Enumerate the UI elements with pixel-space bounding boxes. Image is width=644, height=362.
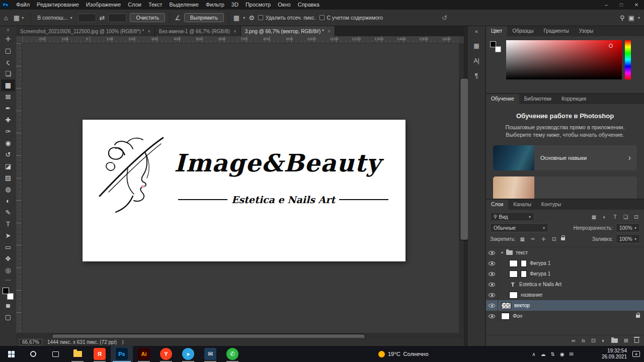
- menu-type[interactable]: Текст: [145, 0, 166, 10]
- group-expand-icon[interactable]: ▾: [501, 250, 503, 255]
- filter-pixel-icon[interactable]: ▦: [590, 214, 598, 220]
- layer-thumbnail[interactable]: [501, 313, 510, 320]
- taskbar-yandex[interactable]: Я: [89, 346, 111, 362]
- tool-brush[interactable]: ✑: [1, 126, 15, 137]
- swap-icon[interactable]: ⇄: [100, 15, 105, 21]
- visibility-cell[interactable]: [486, 247, 498, 258]
- taskbar-explorer[interactable]: [66, 346, 89, 362]
- visibility-cell[interactable]: [486, 258, 498, 268]
- paragraph-panel-icon[interactable]: ¶: [475, 72, 478, 79]
- lock-transparency-icon[interactable]: ▦: [519, 236, 526, 242]
- tool-rectangular-marquee[interactable]: ▢: [1, 45, 15, 56]
- layer-thumbnail[interactable]: [509, 260, 518, 267]
- canvas-area[interactable]: 200 100 0 100 200 300 400 500 600 700 80…: [16, 36, 464, 333]
- doc-tab-screenshot[interactable]: Screenshot_20210926_112500.jpg @ 100% (R…: [16, 26, 155, 36]
- taskbar-clock[interactable]: 19:32:54 26.09.2021: [602, 348, 627, 360]
- status-dot-icon[interactable]: ◉: [560, 351, 565, 357]
- tool-eyedropper[interactable]: ✒: [1, 103, 15, 114]
- tab-learn[interactable]: Обучение: [486, 94, 519, 104]
- eye-icon[interactable]: [489, 304, 495, 308]
- zoom-level-field[interactable]: 66,67%: [19, 339, 42, 345]
- tool-clone-stamp[interactable]: ◉: [1, 137, 15, 149]
- minimize-icon[interactable]: –: [599, 0, 614, 10]
- menu-view[interactable]: Просмотр: [242, 0, 274, 10]
- filter-adjustment-icon[interactable]: ◐: [601, 214, 608, 220]
- menu-window[interactable]: Окно: [274, 0, 294, 10]
- lock-pixels-icon[interactable]: ✑: [529, 236, 537, 242]
- layer-thumbnail[interactable]: [509, 270, 518, 278]
- tool-hand[interactable]: ✥: [1, 253, 15, 264]
- tool-object-selection[interactable]: ❏: [1, 68, 15, 79]
- collapse-toolbar-icon[interactable]: ∧: [7, 27, 10, 33]
- horizontal-scrollbar[interactable]: [16, 333, 464, 338]
- reset-icon[interactable]: ↺: [442, 15, 447, 21]
- taskbar-telegram[interactable]: ➤: [177, 346, 199, 362]
- layer-row-shape1[interactable]: Фигура 1: [486, 258, 644, 268]
- home-icon[interactable]: ⌂: [4, 15, 8, 21]
- blend-mode-dropdown[interactable]: Обычные ▾: [490, 223, 548, 232]
- network-icon[interactable]: ⇅: [550, 351, 554, 357]
- link-layers-icon[interactable]: ∞: [572, 338, 576, 343]
- filter-type-icon[interactable]: T: [611, 214, 619, 220]
- menu-3d[interactable]: 3D: [228, 0, 242, 10]
- color-swatches[interactable]: [2, 288, 14, 300]
- menu-select[interactable]: Выделение: [166, 0, 202, 10]
- opacity-field[interactable]: 100% ▾: [616, 223, 640, 232]
- color-cursor[interactable]: [609, 44, 613, 48]
- filter-smart-object-icon[interactable]: ⊡: [632, 214, 640, 220]
- layer-name[interactable]: Фигура 1: [530, 271, 550, 277]
- layer-name[interactable]: Estetica e Nails Art: [519, 282, 561, 287]
- menu-file[interactable]: Файл: [13, 0, 33, 10]
- weather-widget[interactable]: 19°C Солнечно: [378, 346, 429, 362]
- scrollbar-thumb[interactable]: [460, 78, 468, 240]
- learn-card-partial[interactable]: [493, 176, 637, 199]
- layer-row-group-text[interactable]: ▾ текст: [486, 247, 644, 258]
- visibility-cell[interactable]: [486, 268, 498, 279]
- gear-icon[interactable]: ⚙: [249, 15, 255, 21]
- tool-crop[interactable]: ▦: [1, 79, 15, 91]
- tool-path-selection[interactable]: ➤: [1, 230, 15, 241]
- menu-image[interactable]: Изображение: [83, 0, 124, 10]
- notification-center[interactable]: 4: [632, 346, 640, 362]
- new-group-icon[interactable]: [611, 338, 618, 343]
- foreground-background-swatches[interactable]: [490, 41, 501, 52]
- eye-icon[interactable]: [489, 283, 495, 287]
- artboard-logo-document[interactable]: Image&Beauty Estetica e Nails Art: [83, 120, 406, 261]
- layer-name[interactable]: вектор: [514, 303, 530, 308]
- content-aware-checkbox[interactable]: С учетом содержимого: [319, 15, 383, 21]
- tool-lasso[interactable]: ς: [1, 56, 15, 68]
- crop-height-field[interactable]: [108, 14, 126, 22]
- tab-channels[interactable]: Каналы: [508, 200, 536, 210]
- status-popup-icon[interactable]: ⟩: [122, 339, 124, 345]
- crop-width-field[interactable]: [78, 14, 96, 22]
- delete-layer-icon[interactable]: [634, 338, 639, 343]
- layer-thumbnail-transparent[interactable]: [501, 302, 511, 309]
- learn-card-basics[interactable]: Основные навыки ›: [493, 145, 637, 170]
- close-tab-icon[interactable]: ×: [233, 29, 236, 34]
- overlay-grid-icon[interactable]: ▦: [233, 15, 239, 21]
- eye-icon[interactable]: [489, 261, 495, 265]
- tab-adjustments[interactable]: Коррекция: [556, 94, 591, 104]
- menu-help[interactable]: Справка: [294, 0, 323, 10]
- restore-icon[interactable]: □: [614, 0, 629, 10]
- tool-move[interactable]: ✛: [1, 33, 15, 45]
- edit-toolbar-icon[interactable]: …: [5, 276, 11, 284]
- task-view-button[interactable]: [44, 346, 66, 362]
- saturation-brightness-field[interactable]: [506, 40, 622, 79]
- eye-icon[interactable]: [489, 293, 495, 297]
- lock-position-icon[interactable]: ✛: [540, 236, 547, 242]
- tab-swatches[interactable]: Образцы: [507, 26, 538, 36]
- tab-paths[interactable]: Контуры: [536, 200, 566, 210]
- fill-field[interactable]: 100% ▾: [616, 234, 640, 243]
- tool-history-brush[interactable]: ↺: [1, 149, 15, 160]
- visibility-cell[interactable]: [486, 290, 498, 300]
- close-tab-icon[interactable]: ×: [147, 29, 150, 34]
- lock-artboard-icon[interactable]: ⊡: [550, 236, 558, 242]
- swatches-panel-icon[interactable]: ▦: [473, 42, 479, 49]
- tab-layers[interactable]: Слои: [486, 200, 508, 210]
- foreground-color-swatch[interactable]: [3, 288, 9, 294]
- taskbar-whatsapp[interactable]: ✆: [221, 346, 244, 362]
- lock-all-icon[interactable]: [561, 237, 565, 240]
- foreground-color-swatch[interactable]: [490, 41, 496, 47]
- hue-slider[interactable]: [625, 40, 631, 79]
